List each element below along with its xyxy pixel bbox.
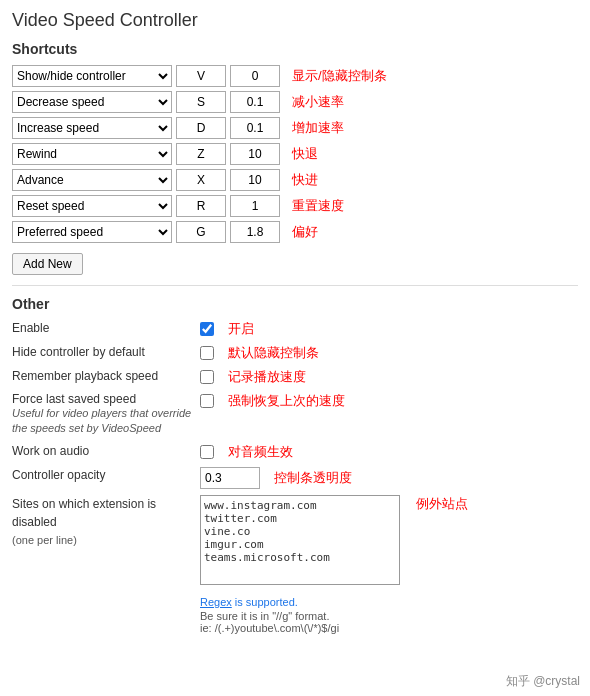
shortcut-key-input[interactable] [176, 117, 226, 139]
shortcut-key-input[interactable] [176, 221, 226, 243]
shortcut-chinese-label: 显示/隐藏控制条 [292, 67, 387, 85]
regex-notes: Regex is supported. Be sure it is in "//… [200, 594, 339, 635]
shortcut-value-input[interactable] [230, 195, 280, 217]
shortcut-chinese-label: 快退 [292, 145, 318, 163]
sites-textarea[interactable]: www.instagram.com twitter.com vine.co im… [200, 495, 400, 585]
other-row: Controller opacity控制条透明度 [12, 467, 578, 489]
regex-section: Regex is supported. Be sure it is in "//… [12, 594, 578, 635]
other-row: Work on audio对音频生效 [12, 443, 578, 461]
other-container: Enable开启Hide controller by default默认隐藏控制… [12, 320, 578, 489]
shortcut-action-select[interactable]: Show/hide controllerDecrease speedIncrea… [12, 169, 172, 191]
shortcut-row: Show/hide controllerDecrease speedIncrea… [12, 117, 578, 139]
shortcut-value-input[interactable] [230, 143, 280, 165]
shortcut-row: Show/hide controllerDecrease speedIncrea… [12, 195, 578, 217]
shortcut-value-input[interactable] [230, 117, 280, 139]
other-row: Remember playback speed记录播放速度 [12, 368, 578, 386]
regex-link[interactable]: Regex [200, 596, 232, 608]
shortcut-row: Show/hide controllerDecrease speedIncrea… [12, 91, 578, 113]
other-chinese-label: 开启 [228, 320, 254, 338]
page-title: Video Speed Controller [12, 10, 578, 31]
other-checkbox[interactable] [200, 346, 214, 360]
shortcut-chinese-label: 减小速率 [292, 93, 344, 111]
watermark: 知乎 @crystal [506, 673, 580, 690]
shortcut-action-select[interactable]: Show/hide controllerDecrease speedIncrea… [12, 195, 172, 217]
add-new-button[interactable]: Add New [12, 253, 83, 275]
shortcut-value-input[interactable] [230, 91, 280, 113]
regex-note-3: ie: /(.+)youtube\.com\(\/*)$/gi [200, 622, 339, 634]
other-row-control: 控制条透明度 [200, 467, 352, 489]
shortcut-row: Show/hide controllerDecrease speedIncrea… [12, 169, 578, 191]
other-chinese-label: 控制条透明度 [274, 469, 352, 487]
other-row-control: 开启 [200, 320, 254, 338]
shortcut-chinese-label: 重置速度 [292, 197, 344, 215]
other-row: Hide controller by default默认隐藏控制条 [12, 344, 578, 362]
other-row-label: Work on audio [12, 443, 192, 458]
other-checkbox[interactable] [200, 394, 214, 408]
shortcut-chinese-label: 快进 [292, 171, 318, 189]
shortcut-action-select[interactable]: Show/hide controllerDecrease speedIncrea… [12, 143, 172, 165]
sites-label: Sites on which extension is disabled (on… [12, 495, 192, 549]
regex-note-2: Be sure it is in "//g" format. [200, 610, 339, 622]
shortcut-key-input[interactable] [176, 169, 226, 191]
other-chinese-label: 强制恢复上次的速度 [228, 392, 345, 410]
regex-link-line: Regex is supported. [200, 594, 339, 611]
shortcut-row: Show/hide controllerDecrease speedIncrea… [12, 65, 578, 87]
shortcut-key-input[interactable] [176, 143, 226, 165]
other-checkbox[interactable] [200, 370, 214, 384]
other-checkbox[interactable] [200, 445, 214, 459]
shortcut-value-input[interactable] [230, 221, 280, 243]
other-chinese-label: 记录播放速度 [228, 368, 306, 386]
other-row-control: 强制恢复上次的速度 [200, 392, 345, 410]
shortcut-row: Show/hide controllerDecrease speedIncrea… [12, 143, 578, 165]
shortcut-action-select[interactable]: Show/hide controllerDecrease speedIncrea… [12, 91, 172, 113]
shortcuts-container: Show/hide controllerDecrease speedIncrea… [12, 65, 578, 243]
other-row-label: Controller opacity [12, 467, 192, 482]
other-text-input[interactable] [200, 467, 260, 489]
other-chinese-label: 默认隐藏控制条 [228, 344, 319, 362]
shortcut-key-input[interactable] [176, 195, 226, 217]
shortcut-action-select[interactable]: Show/hide controllerDecrease speedIncrea… [12, 221, 172, 243]
other-row-label: Enable [12, 320, 192, 335]
other-row: Enable开启 [12, 320, 578, 338]
sites-chinese-label: 例外站点 [416, 495, 468, 513]
shortcut-value-input[interactable] [230, 169, 280, 191]
other-heading: Other [12, 296, 578, 312]
other-section: Other Enable开启Hide controller by default… [12, 296, 578, 634]
shortcut-row: Show/hide controllerDecrease speedIncrea… [12, 221, 578, 243]
shortcut-key-input[interactable] [176, 91, 226, 113]
shortcut-key-input[interactable] [176, 65, 226, 87]
shortcut-chinese-label: 偏好 [292, 223, 318, 241]
other-row-label: Force last saved speedUseful for video p… [12, 392, 192, 437]
other-row-label: Remember playback speed [12, 368, 192, 383]
shortcut-action-select[interactable]: Show/hide controllerDecrease speedIncrea… [12, 117, 172, 139]
other-row-control: 记录播放速度 [200, 368, 306, 386]
shortcuts-section: Shortcuts Show/hide controllerDecrease s… [12, 41, 578, 275]
other-checkbox[interactable] [200, 322, 214, 336]
regex-note-1: is supported. [235, 596, 298, 608]
other-row-label: Hide controller by default [12, 344, 192, 359]
shortcut-value-input[interactable] [230, 65, 280, 87]
sites-row: Sites on which extension is disabled (on… [12, 495, 578, 588]
other-row-control: 默认隐藏控制条 [200, 344, 319, 362]
shortcuts-heading: Shortcuts [12, 41, 578, 57]
shortcut-action-select[interactable]: Show/hide controllerDecrease speedIncrea… [12, 65, 172, 87]
sites-control: www.instagram.com twitter.com vine.co im… [200, 495, 400, 588]
other-row: Force last saved speedUseful for video p… [12, 392, 578, 437]
other-row-control: 对音频生效 [200, 443, 293, 461]
other-chinese-label: 对音频生效 [228, 443, 293, 461]
shortcut-chinese-label: 增加速率 [292, 119, 344, 137]
